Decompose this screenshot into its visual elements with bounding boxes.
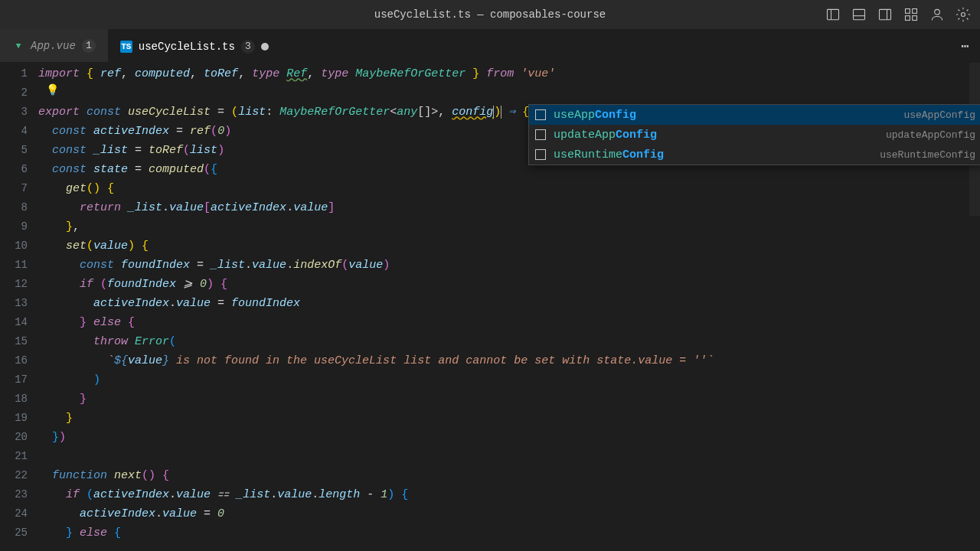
code-line: }, [38, 217, 980, 236]
code-line: } [38, 390, 980, 409]
line-number: 16 [0, 351, 38, 370]
code-line: set(value) { [38, 236, 980, 256]
svg-point-11 [962, 13, 965, 17]
code-line: import { ref, computed, toRef, type Ref,… [38, 64, 980, 83]
svg-rect-8 [906, 16, 910, 21]
line-number: 8 [0, 198, 38, 217]
window-title: useCycleList.ts — composables-course [374, 8, 606, 21]
code-line: } else { [38, 313, 980, 332]
autocomplete-item[interactable]: updateAppConfig updateAppConfig [529, 125, 980, 145]
line-number: 15 [0, 332, 38, 351]
code-line: }) [38, 428, 980, 447]
line-number: 18 [0, 390, 38, 409]
line-number: 1 [0, 64, 38, 83]
line-number: 24 [0, 504, 38, 523]
unsaved-dot-icon [261, 43, 269, 51]
svg-rect-2 [854, 9, 865, 19]
layout-sidebar-right-icon[interactable] [877, 7, 893, 22]
code-line: if (activeIndex.value ⩵ _list.value.leng… [38, 485, 980, 504]
code-line: activeIndex.value = 0 [38, 504, 980, 523]
line-number: 6 [0, 160, 38, 179]
svg-rect-0 [828, 9, 839, 19]
autocomplete-item[interactable]: useAppConfig useAppConfig [529, 105, 980, 125]
code-line [38, 83, 980, 103]
line-number: 13 [0, 294, 38, 313]
tab-bar: ▼ App.vue 1 TS useCycleList.ts 3 ⋯ [0, 29, 980, 63]
tab-problems-badge: 3 [241, 40, 255, 54]
settings-gear-icon[interactable] [956, 7, 971, 22]
line-number: 11 [0, 256, 38, 275]
code-line: } [38, 409, 980, 428]
tab-overflow-button[interactable]: ⋯ [950, 29, 980, 62]
titlebar: useCycleList.ts — composables-course [0, 0, 980, 29]
line-number: 3 [0, 103, 38, 122]
line-number: 25 [0, 523, 38, 543]
tab-label: App.vue [31, 40, 76, 52]
code-line: } else { [38, 523, 980, 543]
svg-rect-7 [913, 9, 917, 14]
line-number: 4 [0, 122, 38, 141]
autocomplete-label: useRuntimeConfig [554, 148, 664, 161]
tab-problems-badge: 1 [82, 39, 96, 53]
line-number: 21 [0, 447, 38, 466]
layout-panel-icon[interactable] [851, 7, 867, 22]
line-number: 20 [0, 428, 38, 447]
checkbox-icon [535, 109, 546, 120]
tab-usecyclelist[interactable]: TS useCycleList.ts 3 [108, 29, 281, 62]
autocomplete-label: updateAppConfig [554, 129, 657, 142]
code-line: `${value} is not found in the useCycleLi… [38, 351, 980, 370]
autocomplete-detail: updateAppConfig [886, 129, 975, 141]
code-line: throw Error( [38, 332, 980, 351]
typescript-icon: TS [120, 41, 132, 53]
code-line [38, 447, 980, 466]
line-number: 23 [0, 485, 38, 504]
tab-label: useCycleList.ts [139, 41, 235, 53]
line-number: 10 [0, 236, 38, 256]
svg-point-10 [935, 9, 940, 15]
editor[interactable]: 1 2 3 4 5 6 7 8 9 10 11 12 13 14 15 16 1… [0, 63, 980, 543]
code-line: if (foundIndex ⩾ 0) { [38, 275, 980, 294]
lightbulb-icon[interactable]: 💡 [46, 83, 59, 96]
layout-sidebar-left-icon[interactable] [825, 7, 841, 22]
vue-icon: ▼ [12, 40, 24, 52]
code-area[interactable]: 💡 import { ref, computed, toRef, type Re… [38, 63, 980, 543]
line-number: 19 [0, 409, 38, 428]
line-number: 9 [0, 217, 38, 236]
svg-rect-6 [906, 9, 910, 14]
svg-rect-9 [913, 16, 917, 21]
code-line: get() { [38, 179, 980, 198]
tab-app-vue[interactable]: ▼ App.vue 1 [0, 29, 108, 62]
line-number: 12 [0, 275, 38, 294]
titlebar-actions [825, 7, 971, 22]
code-line: return _list.value[activeIndex.value] [38, 198, 980, 217]
line-number: 5 [0, 141, 38, 160]
code-line: activeIndex.value = foundIndex [38, 294, 980, 313]
autocomplete-detail: useAppConfig [903, 109, 975, 121]
line-number: 17 [0, 370, 38, 390]
line-number: 22 [0, 466, 38, 485]
autocomplete-popup[interactable]: useAppConfig useAppConfig updateAppConfi… [528, 104, 980, 165]
autocomplete-detail: useRuntimeConfig [880, 149, 975, 161]
checkbox-icon [535, 129, 546, 140]
autocomplete-label: useAppConfig [554, 109, 636, 122]
code-line: const foundIndex = _list.value.indexOf(v… [38, 256, 980, 275]
svg-rect-4 [880, 9, 891, 19]
autocomplete-item[interactable]: useRuntimeConfig useRuntimeConfig [529, 145, 980, 165]
line-gutter: 1 2 3 4 5 6 7 8 9 10 11 12 13 14 15 16 1… [0, 63, 38, 543]
account-icon[interactable] [929, 7, 945, 22]
code-line: ) [38, 370, 980, 390]
layout-grid-icon[interactable] [903, 7, 919, 22]
line-number: 2 [0, 83, 38, 103]
line-number: 14 [0, 313, 38, 332]
line-number: 7 [0, 179, 38, 198]
code-line: function next() { [38, 466, 980, 485]
checkbox-icon [535, 149, 546, 160]
